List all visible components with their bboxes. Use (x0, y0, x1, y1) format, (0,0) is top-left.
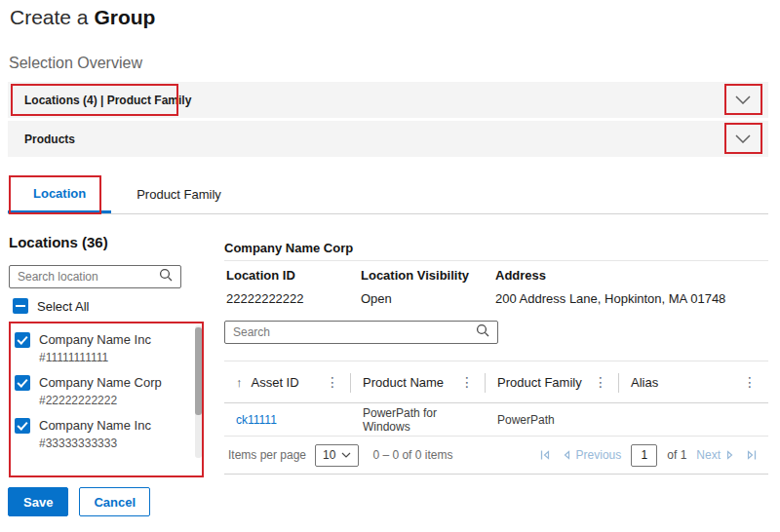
product-family-cell: PowerPath (486, 403, 619, 436)
kebab-menu-icon[interactable]: ⋮ (458, 374, 476, 390)
previous-page-button[interactable]: Previous (562, 448, 622, 462)
asset-search-input[interactable] (233, 325, 476, 339)
chevron-down-icon[interactable] (735, 95, 751, 104)
section-title: Selection Overview (9, 55, 142, 72)
accordion-locations-product-family[interactable]: Locations (4) | Product Family (8, 82, 768, 118)
chevron-down-icon[interactable] (735, 134, 751, 143)
location-name: Company Name Inc (39, 418, 151, 433)
column-label: Product Name (363, 375, 458, 390)
scrollbar-thumb[interactable] (195, 327, 202, 415)
location-checkbox[interactable] (15, 332, 30, 348)
scrollbar[interactable] (195, 325, 202, 458)
accordion-products[interactable]: Products (8, 121, 768, 157)
page-number-input[interactable] (631, 444, 657, 467)
column-header-product-family[interactable]: Product Family ⋮ (486, 361, 619, 402)
page-title-emphasis: Group (94, 6, 155, 28)
search-icon[interactable] (159, 268, 173, 285)
company-heading: Company Name Corp (224, 241, 353, 255)
page-title: Create a Group (10, 6, 155, 29)
asset-id-link[interactable]: ck11111 (236, 413, 277, 427)
field-label: Location Visibility (361, 268, 495, 283)
field-value: 200 Address Lane, Hopkinton, MA 01748 (495, 291, 768, 306)
location-id: #33333333333 (39, 437, 151, 450)
location-id: #11111111111 (39, 351, 151, 364)
first-page-icon (538, 448, 552, 462)
page-count-label: of 1 (667, 448, 686, 462)
column-label: Product Family (497, 375, 592, 390)
accordion-products-label: Products (24, 133, 75, 146)
last-page-icon (745, 448, 759, 462)
table-header: ↑ Asset ID ⋮ Product Name ⋮ Product Fami… (224, 361, 768, 403)
field-label: Location ID (226, 268, 361, 283)
location-checkbox[interactable] (15, 418, 30, 434)
footer-buttons: Save Cancel (8, 487, 150, 516)
search-icon[interactable] (476, 323, 489, 341)
location-id: #22222222222 (39, 394, 162, 407)
table-row: ck11111 PowerPath for Windows PowerPath (224, 403, 768, 437)
page-title-prefix: Create a (10, 6, 94, 28)
column-header-product-name[interactable]: Product Name ⋮ (351, 361, 486, 402)
kebab-menu-icon[interactable]: ⋮ (741, 374, 759, 390)
list-item[interactable]: Company Name Corp #22222222222 (15, 375, 190, 407)
field-label: Address (495, 268, 768, 283)
tab-bar: Location Product Family (8, 175, 768, 214)
accordion-locations-label: Locations (4) | Product Family (24, 94, 191, 107)
column-header-asset-id[interactable]: ↑ Asset ID ⋮ (224, 361, 351, 402)
tab-location[interactable]: Location (8, 175, 111, 213)
items-per-page-label: Items per page (228, 448, 306, 462)
items-per-page-select[interactable]: 10 (315, 444, 359, 467)
previous-label: Previous (576, 448, 622, 462)
chevron-left-icon (562, 448, 571, 462)
list-item[interactable]: Company Name Inc #33333333333 (15, 418, 190, 450)
save-button[interactable]: Save (8, 487, 68, 516)
column-label: Asset ID (252, 375, 325, 390)
location-list: Company Name Inc #11111111111 Company Na… (15, 332, 190, 461)
location-search-input[interactable] (18, 270, 159, 284)
cancel-button[interactable]: Cancel (79, 487, 150, 516)
pager-controls: Previous of 1 Next (538, 444, 759, 467)
divider (224, 260, 768, 261)
field-value: 22222222222 (226, 291, 361, 306)
product-name-cell: PowerPath for Windows (351, 403, 486, 436)
location-details: Location ID 22222222222 Location Visibil… (226, 268, 768, 306)
asset-search (224, 321, 498, 344)
list-item[interactable]: Company Name Inc #11111111111 (15, 332, 190, 364)
location-name: Company Name Inc (39, 332, 151, 347)
pagination-bar: Items per page 10 0 – 0 of 0 items Previ… (224, 437, 768, 475)
location-checkbox[interactable] (15, 375, 30, 391)
chevron-right-icon (725, 448, 735, 462)
sort-ascending-icon[interactable]: ↑ (236, 375, 243, 390)
items-per-page-value: 10 (323, 448, 335, 462)
column-header-alias[interactable]: Alias ⋮ (619, 361, 768, 402)
assets-table: ↑ Asset ID ⋮ Product Name ⋮ Product Fami… (224, 361, 768, 475)
locations-count-heading: Locations (36) (9, 234, 108, 250)
last-page-button[interactable] (745, 448, 759, 462)
select-all-label: Select All (37, 299, 89, 314)
create-group-page: Create a Group Selection Overview Locati… (0, 0, 780, 532)
select-all-checkbox[interactable] (13, 298, 28, 314)
field-value: Open (361, 291, 495, 306)
column-label: Alias (631, 375, 741, 390)
location-search (9, 265, 181, 288)
kebab-menu-icon[interactable]: ⋮ (592, 374, 609, 390)
location-name: Company Name Corp (39, 375, 162, 390)
first-page-button[interactable] (538, 448, 552, 462)
kebab-menu-icon[interactable]: ⋮ (324, 374, 341, 390)
alias-cell (619, 403, 768, 436)
chevron-down-icon (341, 452, 351, 458)
items-range-text: 0 – 0 of 0 items (372, 448, 452, 462)
next-page-button[interactable]: Next (696, 448, 735, 462)
tab-product-family[interactable]: Product Family (111, 175, 247, 213)
next-label: Next (696, 448, 721, 462)
select-all-row[interactable]: Select All (13, 298, 89, 314)
